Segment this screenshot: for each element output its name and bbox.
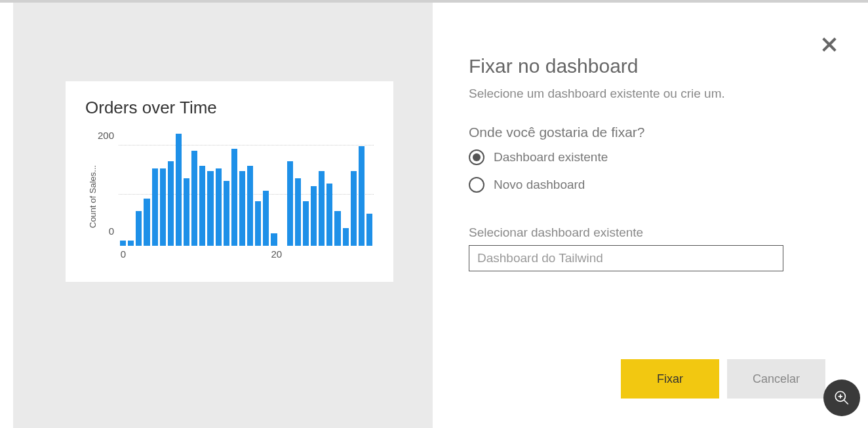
bar [176, 134, 182, 246]
bar [144, 199, 149, 246]
bar [271, 233, 277, 246]
bar [326, 184, 332, 246]
radio-new-dashboard[interactable]: Novo dashboard [469, 177, 825, 193]
close-icon [820, 35, 838, 54]
bar [311, 186, 317, 246]
y-axis-label: Count of Sales... [85, 131, 98, 262]
bar [120, 241, 126, 246]
chart-title: Orders over Time [85, 98, 374, 118]
radio-label: Dashboard existente [494, 150, 608, 165]
x-tick: 20 [271, 248, 282, 260]
select-value: Dashboard do Tailwind [477, 251, 603, 265]
bar [319, 171, 325, 246]
pin-button[interactable]: Fixar [621, 359, 719, 399]
radio-icon [469, 177, 484, 193]
zoom-in-icon [833, 389, 850, 406]
bar [152, 168, 158, 246]
plot-wrap: 020 [118, 131, 374, 262]
dialog-subtitle: Selecione um dashboard existente ou crie… [469, 87, 825, 101]
bar [231, 149, 237, 246]
x-tick: 0 [121, 248, 126, 260]
close-button[interactable] [820, 35, 838, 56]
bar [128, 241, 134, 246]
pin-to-dashboard-dialog: Orders over Time Count of Sales... 200 0… [13, 3, 855, 428]
bar [359, 146, 365, 246]
zoom-in-fab[interactable] [823, 379, 860, 416]
bar [184, 178, 189, 246]
bar [366, 214, 372, 246]
plot-area [118, 131, 374, 246]
x-axis-ticks: 020 [118, 246, 374, 262]
chart-body: Count of Sales... 200 0 020 [85, 131, 374, 262]
radio-selected-dot [473, 153, 481, 161]
cancel-button[interactable]: Cancelar [727, 359, 825, 399]
bar [160, 168, 166, 246]
select-dashboard-label: Selecionar dashboard existente [469, 225, 825, 240]
bar [168, 161, 174, 246]
bar [216, 168, 222, 246]
dashboard-select[interactable]: Dashboard do Tailwind [469, 245, 783, 271]
bar [247, 166, 253, 246]
bar [239, 171, 245, 246]
bars-container [119, 131, 374, 246]
bar [224, 181, 229, 246]
chart-card: Orders over Time Count of Sales... 200 0… [66, 81, 393, 282]
bar [191, 151, 197, 246]
bar [287, 161, 293, 246]
pin-location-question: Onde você gostaria de fixar? [469, 125, 825, 140]
button-label: Fixar [657, 372, 683, 386]
radio-icon [469, 149, 484, 165]
y-tick: 200 [98, 131, 114, 140]
bar [136, 211, 142, 246]
y-tick: 0 [109, 227, 114, 236]
radio-label: Novo dashboard [494, 178, 585, 192]
bar [351, 171, 357, 246]
bar [263, 191, 269, 246]
button-label: Cancelar [753, 372, 800, 386]
bar [303, 201, 309, 246]
radio-existing-dashboard[interactable]: Dashboard existente [469, 149, 825, 165]
dialog-title: Fixar no dashboard [469, 55, 825, 77]
y-axis-ticks: 200 0 [98, 131, 118, 249]
dialog-form-panel: Fixar no dashboard Selecione um dashboar… [433, 3, 855, 428]
bar [334, 211, 340, 246]
bar [343, 228, 349, 246]
svg-line-3 [844, 400, 848, 404]
bar [207, 171, 213, 246]
bar [199, 166, 205, 246]
chart-preview-panel: Orders over Time Count of Sales... 200 0… [13, 3, 433, 428]
bar [255, 201, 261, 246]
bar [295, 178, 301, 246]
dialog-buttons: Fixar Cancelar [621, 359, 825, 399]
